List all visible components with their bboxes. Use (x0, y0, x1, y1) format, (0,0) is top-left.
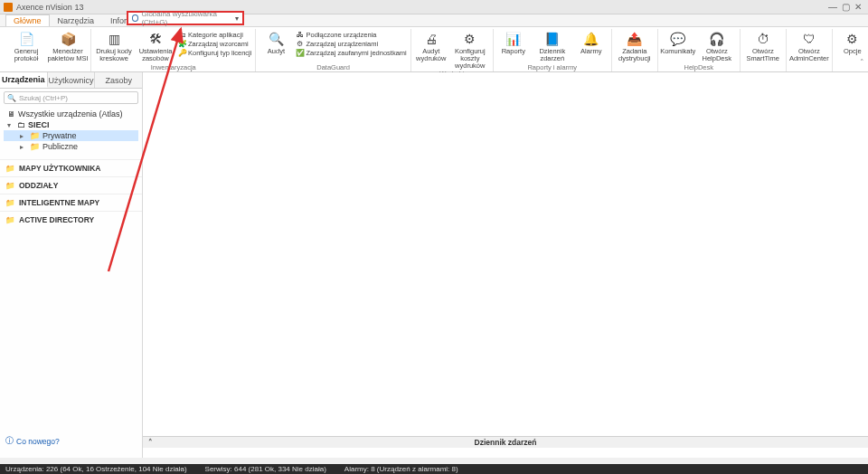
generuj-protokol-button[interactable]: 📄Generujprotokół (5, 29, 47, 62)
ribbon-small-item[interactable]: 🗂Kategorie aplikacji (178, 31, 251, 39)
sidebar-search-placeholder: Szukaj (Ctrl+P) (19, 94, 68, 102)
ribbon-button-label: OtwórzSmartTime (747, 48, 779, 62)
ribbon-group-label: DataGuard (316, 62, 350, 71)
otworz-smarttime-button[interactable]: ⏱OtwórzSmartTime (742, 29, 784, 62)
menedzer-pakietow-msi-button[interactable]: 📦Menedżerpakietów MSI (47, 29, 89, 62)
ribbon-group: 🔍Audyt🖧Podłączone urządzenia⚙Zarządzaj u… (256, 29, 410, 71)
sidebar-tab-użytkownicy[interactable]: Użytkownicy (48, 72, 96, 88)
audyt-wydrukow-button[interactable]: 🖨Audytwydruków (413, 29, 449, 62)
ribbon-collapse-icon[interactable]: ˄ (860, 58, 864, 67)
ribbon-small-item[interactable]: 🖧Podłączone urządzenia (296, 31, 406, 39)
small-item-icon: 🖧 (296, 31, 304, 39)
menedzer-pakietow-msi-icon: 📦 (60, 31, 76, 47)
sidebar-tree: 🖥 Wszystkie urządzenia (Atlas) ▾ 🗀 SIECI… (0, 107, 142, 154)
status-services: Serwisy: 644 (281 Ok, 334 Nie działa) (205, 465, 326, 473)
maximize-button[interactable]: ▢ (839, 2, 852, 12)
alarmy-button[interactable]: 🔔Alarmy (573, 29, 609, 55)
category-label: MAPY UŻYTKOWNIKA (19, 164, 101, 173)
sidebar-tab-zasoby[interactable]: Zasoby (95, 72, 142, 88)
globe-icon (132, 14, 138, 22)
ribbon-group-label: Inwentaryzacja (151, 62, 196, 71)
audyt-wydrukow-icon: 🖨 (423, 31, 439, 47)
sidebar-search[interactable]: 🔍 Szukaj (Ctrl+P) (4, 91, 138, 104)
ribbon-button-label: Audyt (268, 48, 285, 55)
body: UrządzeniaUżytkownicyZasoby 🔍 Szukaj (Ct… (0, 72, 868, 458)
ustawienia-zasobow-icon: 🛠 (147, 31, 164, 47)
ribbon-group: 📤Zadaniadystrybucji (612, 29, 658, 71)
ribbon-small-item[interactable]: ⚙Zarządzaj urządzeniami (296, 40, 406, 48)
small-item-label: Podłączone urządzenia (306, 31, 376, 39)
whats-new-link[interactable]: ⓘ Co nowego? (4, 435, 61, 448)
ribbon-group: ▥Drukuj kodykreskowe🛠Ustawieniazasobów🗂K… (91, 29, 256, 71)
tree-root-sieci[interactable]: ▾ 🗀 SIECI (4, 119, 138, 130)
info-icon: ⓘ (5, 436, 14, 447)
opcje-button[interactable]: ⚙Opcje (835, 29, 868, 55)
dziennik-zdarzen-button[interactable]: 📘Dziennikzdarzeń (532, 29, 573, 62)
generuj-protokol-icon: 📄 (18, 31, 34, 47)
ribbon-button-label: OtwórzAdminCenter (789, 48, 829, 62)
ribbon-button-label: Drukuj kodykreskowe (96, 48, 132, 62)
otworz-admincenter-icon: 🛡 (801, 31, 817, 47)
ribbon-group: 📊Raporty📘Dziennikzdarzeń🔔AlarmyRaporty i… (494, 29, 612, 71)
small-item-icon: 🗂 (178, 31, 186, 39)
status-alarms: Alarmy: 8 (Urządzeń z alarmami: 8) (344, 465, 458, 473)
menu-row: GłówneNarzędziaInformacje o nVision Glob… (0, 14, 868, 27)
close-button[interactable]: ✕ (852, 2, 864, 12)
status-bar: Urządzenia: 226 (64 Ok, 16 Ostrzeżenie, … (0, 464, 868, 474)
ustawienia-zasobow-button[interactable]: 🛠Ustawieniazasobów (135, 29, 176, 62)
ribbon-small-rows: 🗂Kategorie aplikacji🧩Zarządzaj wzorcami🔑… (176, 29, 253, 57)
ribbon-small-item[interactable]: 🧩Zarządzaj wzorcami (178, 40, 251, 48)
sidebar-categories: 📁MAPY UŻYTKOWNIKA📁ODDZIAŁY📁INTELIGENTNE … (0, 159, 142, 228)
ribbon-small-item[interactable]: ✅Zarządzaj zaufanymi jednostkami (296, 49, 406, 57)
ribbon-button-label: Opcje (844, 48, 862, 55)
komunikaty-icon: 💬 (670, 31, 686, 47)
komunikaty-button[interactable]: 💬Komunikaty (660, 29, 696, 55)
menu-tab-narzędzia[interactable]: Narzędzia (50, 14, 103, 26)
audyt-button[interactable]: 🔍Audyt (258, 29, 294, 55)
category-label: ODDZIAŁY (19, 181, 58, 190)
drukuj-kody-kreskowe-button[interactable]: ▥Drukuj kodykreskowe (93, 29, 135, 62)
journal-bar[interactable]: ˄ Dziennik zdarzeń (143, 436, 868, 448)
opcje-icon: ⚙ (844, 31, 861, 47)
zadania-dystrybucji-button[interactable]: 📤Zadaniadystrybucji (614, 29, 656, 62)
sidebar-tabs: UrządzeniaUżytkownicyZasoby (0, 72, 142, 89)
sidebar-tab-urządzenia[interactable]: Urządzenia (0, 72, 48, 88)
small-item-icon: ✅ (296, 49, 304, 57)
global-search[interactable]: Globalna wyszukiwarka (Ctrl+G) ▾ (127, 11, 244, 25)
konfiguruj-koszty-wydrukow-button[interactable]: ⚙Konfigurujkoszty wydruków (449, 29, 491, 70)
category-label: ACTIVE DIRECTORY (19, 215, 94, 224)
menu-tab-główne[interactable]: Główne (5, 14, 50, 26)
otworz-admincenter-button[interactable]: 🛡OtwórzAdminCenter (788, 29, 830, 62)
konfiguruj-koszty-wydrukow-icon: ⚙ (462, 31, 478, 47)
ribbon: 📄Generujprotokół📦Menedżerpakietów MSI▥Dr… (0, 27, 868, 72)
sidebar-category-oddziały[interactable]: 📁ODDZIAŁY (0, 176, 142, 194)
drukuj-kody-kreskowe-icon: ▥ (106, 31, 122, 47)
sidebar-category-active-directory[interactable]: 📁ACTIVE DIRECTORY (0, 211, 142, 228)
small-item-icon: 🧩 (178, 40, 186, 48)
app-title: Axence nVision 13 (16, 3, 83, 12)
ribbon-group-label: Raporty i alarmy (527, 62, 577, 71)
small-item-label: Zarządzaj zaufanymi jednostkami (306, 49, 406, 57)
ribbon-button-label: Komunikaty (660, 48, 695, 55)
ribbon-group: ⏱OtwórzSmartTime (741, 29, 787, 71)
ribbon-group: 💬Komunikaty🎧OtwórzHelpDeskHelpDesk (658, 29, 741, 71)
app-icon (4, 3, 13, 12)
otworz-helpdesk-button[interactable]: 🎧OtwórzHelpDesk (696, 29, 738, 62)
folder-icon: 🗀 (17, 120, 25, 129)
ribbon-button-label: Zadaniadystrybucji (618, 48, 650, 62)
ribbon-small-item[interactable]: 🔑Konfiguruj typ licencji (178, 49, 251, 57)
sidebar-category-mapy-użytkownika[interactable]: 📁MAPY UŻYTKOWNIKA (0, 159, 142, 176)
sidebar-category-inteligentne-mapy[interactable]: 📁INTELIGENTNE MAPY (0, 194, 142, 211)
tree-node-label: Prywatne (42, 131, 77, 140)
devices-icon: 🖥 (7, 109, 15, 118)
tree-node-publiczne[interactable]: ▸📁Publiczne (4, 141, 138, 152)
ribbon-button-label: Konfigurujkoszty wydruków (449, 48, 491, 70)
minimize-button[interactable]: — (826, 2, 839, 12)
sidebar: UrządzeniaUżytkownicyZasoby 🔍 Szukaj (Ct… (0, 72, 143, 458)
tree-all-devices[interactable]: 🖥 Wszystkie urządzenia (Atlas) (4, 109, 138, 119)
small-item-label: Zarządzaj wzorcami (188, 40, 249, 48)
ribbon-button-label: Raporty (502, 48, 525, 55)
folder-icon: 📁 (5, 198, 15, 207)
raporty-button[interactable]: 📊Raporty (495, 29, 532, 55)
tree-node-prywatne[interactable]: ▸📁Prywatne (4, 130, 138, 141)
